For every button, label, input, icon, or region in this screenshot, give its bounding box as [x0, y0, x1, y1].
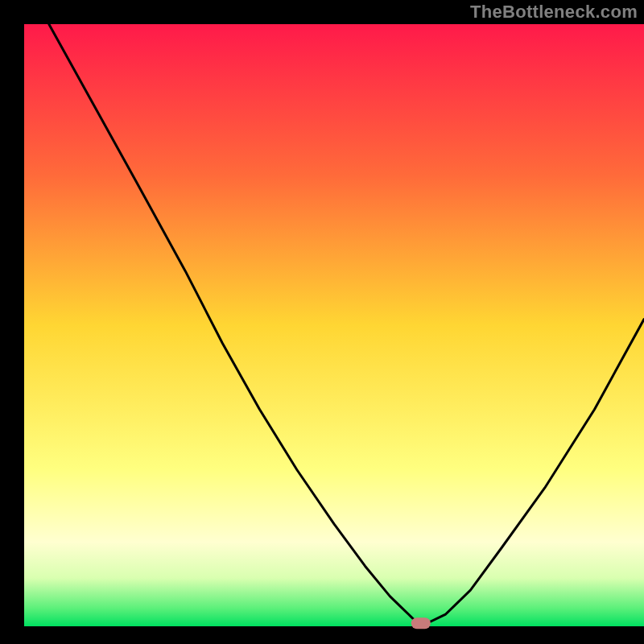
optimum-marker	[411, 617, 431, 629]
plot-background	[24, 24, 644, 626]
chart-frame: TheBottleneck.com	[0, 0, 644, 644]
bottleneck-chart	[0, 0, 644, 644]
watermark-text: TheBottleneck.com	[470, 2, 638, 23]
